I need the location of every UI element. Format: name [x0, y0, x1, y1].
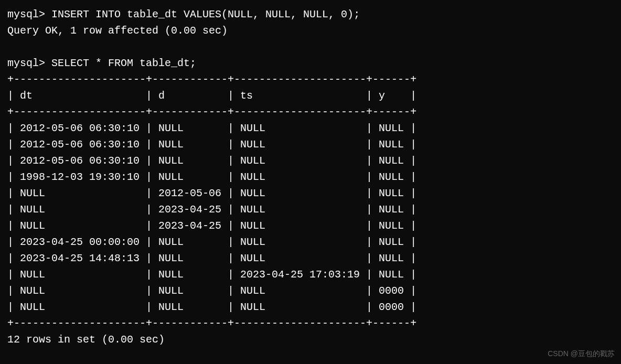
result-footer: 12 rows in set (0.00 sec) — [7, 331, 614, 348]
table-row: | 2012-05-06 06:30:10 | NULL | NULL | NU… — [7, 136, 614, 153]
prompt: mysql> — [7, 8, 45, 20]
table-row: | 1998-12-03 19:30:10 | NULL | NULL | NU… — [7, 169, 614, 185]
terminal-output: mysql> INSERT INTO table_dt VALUES(NULL,… — [7, 6, 614, 348]
table-row: | NULL | 2023-04-25 | NULL | NULL | — [7, 218, 614, 234]
table-row: | 2012-05-06 06:30:10 | NULL | NULL | NU… — [7, 120, 614, 136]
table-row: | NULL | NULL | NULL | 0000 | — [7, 299, 614, 315]
table-border-top: +---------------------+------------+----… — [7, 71, 614, 88]
watermark: CSDN @豆包的戳苏 — [548, 348, 615, 360]
prompt: mysql> — [7, 57, 45, 69]
blank-line — [7, 39, 614, 55]
table-row: | 2023-04-25 14:48:13 | NULL | NULL | NU… — [7, 250, 614, 266]
table-row: | NULL | NULL | NULL | 0000 | — [7, 283, 614, 299]
command-line-1[interactable]: mysql> INSERT INTO table_dt VALUES(NULL,… — [7, 6, 614, 23]
table-border-bottom: +---------------------+------------+----… — [7, 315, 614, 331]
table-row: | NULL | 2023-04-25 | NULL | NULL | — [7, 201, 614, 218]
sql-command: SELECT * FROM table_dt; — [51, 57, 196, 69]
query-response: Query OK, 1 row affected (0.00 sec) — [7, 23, 614, 39]
table-row: | 2023-04-25 00:00:00 | NULL | NULL | NU… — [7, 234, 614, 250]
table-row: | NULL | NULL | 2023-04-25 17:03:19 | NU… — [7, 266, 614, 283]
sql-command: INSERT INTO table_dt VALUES(NULL, NULL, … — [51, 8, 360, 20]
table-border-mid: +---------------------+------------+----… — [7, 104, 614, 120]
table-header: | dt | d | ts | y | — [7, 88, 614, 104]
table-row: | 2012-05-06 06:30:10 | NULL | NULL | NU… — [7, 153, 614, 169]
command-line-2[interactable]: mysql> SELECT * FROM table_dt; — [7, 55, 614, 71]
table-row: | NULL | 2012-05-06 | NULL | NULL | — [7, 185, 614, 201]
